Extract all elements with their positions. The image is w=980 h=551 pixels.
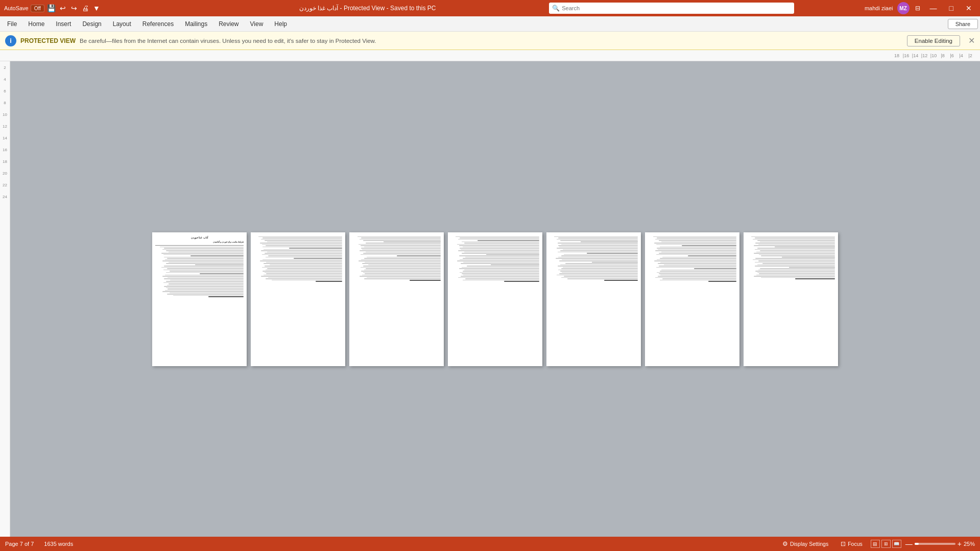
autosave-section: AutoSave Off — [4, 5, 44, 12]
document-page-4 — [448, 232, 542, 366]
search-icon: 🔍 — [552, 5, 560, 12]
ruler-v-8: 8 — [4, 101, 6, 105]
undo-icon[interactable]: ↩ — [59, 4, 67, 12]
customize-icon[interactable]: ▼ — [92, 4, 101, 12]
zoom-level: 25% — [964, 541, 975, 547]
ruler-18: 18 — [892, 53, 901, 58]
ruler: 18 |16 |14 |12 |10 |8 |6 |4 |2 — [0, 50, 980, 61]
view-icons: ▤ ⊞ 📖 — [871, 540, 901, 548]
print-view-icon[interactable]: ▤ — [871, 540, 880, 548]
user-name: mahdi ziaei — [865, 5, 893, 11]
ruler-v-2: 2 — [4, 65, 6, 70]
menu-file[interactable]: File — [2, 18, 22, 30]
document-page-2 — [251, 232, 345, 366]
ruler-2: |2 — [966, 53, 975, 58]
autosave-label: AutoSave — [4, 5, 29, 11]
focus-icon: ⊡ — [841, 540, 846, 547]
protected-view-message: Be careful—files from the Internet can c… — [80, 38, 903, 44]
ruler-v-18: 18 — [3, 159, 7, 164]
minimize-button[interactable]: — — [926, 0, 941, 16]
status-left: Page 7 of 7 1635 words — [5, 541, 73, 547]
document-page-7 — [744, 232, 838, 366]
title-bar: AutoSave Off 💾 ↩ ↪ 🖨 ▼ آداب غذا خوردن - … — [0, 0, 980, 16]
user-avatar[interactable]: MZ — [897, 2, 910, 14]
pages-strip: آداب غذا خوردن شرایط مناسب برای خوردن و … — [137, 61, 853, 537]
print-icon[interactable]: 🖨 — [81, 4, 89, 12]
maximize-button[interactable]: □ — [945, 0, 958, 16]
ribbon-display-icon[interactable]: ⊟ — [914, 4, 922, 12]
document-page-3 — [349, 232, 444, 366]
enable-editing-button[interactable]: Enable Editing — [907, 35, 960, 46]
ruler-v-4: 4 — [4, 77, 6, 82]
ruler-10: |10 — [929, 53, 938, 58]
shield-icon: i — [5, 35, 16, 46]
page-info: Page 7 of 7 — [5, 541, 34, 547]
protected-view-banner: i PROTECTED VIEW Be careful—files from t… — [0, 32, 980, 50]
status-bar: Page 7 of 7 1635 words ⚙ Display Setting… — [0, 537, 980, 551]
redo-icon[interactable]: ↪ — [70, 4, 78, 12]
ruler-4: |4 — [957, 53, 966, 58]
document-page-6 — [645, 232, 739, 366]
display-settings-button[interactable]: ⚙ Display Settings — [778, 540, 832, 548]
share-button[interactable]: Share — [948, 19, 978, 29]
ruler-v-10: 10 — [3, 112, 7, 117]
ruler-numbers: 18 |16 |14 |12 |10 |8 |6 |4 |2 — [892, 53, 975, 58]
search-box[interactable]: 🔍 — [549, 3, 794, 14]
document-title: آداب غذا خوردن - Protected View - Saved … — [186, 5, 549, 12]
left-ruler: 2 4 6 8 10 12 14 16 18 20 22 24 — [0, 61, 10, 537]
ruler-v-22: 22 — [3, 183, 7, 187]
document-page-1: آداب غذا خوردن شرایط مناسب برای خوردن و … — [152, 232, 247, 366]
ruler-16: |16 — [901, 53, 911, 58]
title-bar-right: mahdi ziaei MZ ⊟ — □ ✕ — [794, 0, 976, 16]
title-bar-left: AutoSave Off 💾 ↩ ↪ 🖨 ▼ — [4, 4, 186, 12]
ruler-v-16: 16 — [3, 148, 7, 152]
close-button[interactable]: ✕ — [962, 0, 976, 16]
ruler-v-20: 20 — [3, 171, 7, 176]
zoom-slider[interactable] — [915, 543, 955, 545]
ruler-8: |8 — [938, 53, 947, 58]
menu-home[interactable]: Home — [23, 18, 50, 30]
menu-design[interactable]: Design — [77, 18, 106, 30]
menu-insert[interactable]: Insert — [51, 18, 76, 30]
menu-bar: File Home Insert Design Layout Reference… — [0, 16, 980, 32]
menu-references[interactable]: References — [137, 18, 179, 30]
document-page-5 — [546, 232, 641, 366]
word-count: 1635 words — [44, 541, 73, 547]
zoom-section: — + 25% — [905, 540, 975, 547]
menu-help[interactable]: Help — [269, 18, 292, 30]
menu-mailings[interactable]: Mailings — [180, 18, 212, 30]
banner-close-button[interactable]: ✕ — [968, 36, 975, 45]
read-view-icon[interactable]: 📖 — [892, 540, 901, 548]
menu-view[interactable]: View — [245, 18, 269, 30]
ruler-v-24: 24 — [3, 195, 7, 199]
save-icon[interactable]: 💾 — [47, 4, 56, 12]
search-input[interactable] — [562, 5, 791, 11]
focus-label: Focus — [848, 541, 863, 547]
ruler-14: |14 — [911, 53, 920, 58]
protected-view-title: PROTECTED VIEW — [20, 37, 76, 44]
zoom-in-icon[interactable]: + — [958, 540, 962, 547]
ruler-6: |6 — [947, 53, 957, 58]
ruler-v-12: 12 — [3, 124, 7, 129]
web-view-icon[interactable]: ⊞ — [881, 540, 891, 548]
ruler-12: |12 — [920, 53, 929, 58]
display-settings-label: Display Settings — [790, 541, 828, 547]
display-settings-icon: ⚙ — [782, 540, 788, 547]
autosave-toggle[interactable]: Off — [31, 5, 44, 12]
ruler-v-14: 14 — [3, 136, 7, 140]
zoom-out-icon[interactable]: — — [905, 540, 913, 547]
ruler-v-6: 6 — [4, 89, 6, 93]
menu-layout[interactable]: Layout — [108, 18, 136, 30]
document-area: 2 4 6 8 10 12 14 16 18 20 22 24 آداب غذا… — [0, 61, 980, 537]
status-right: ⚙ Display Settings ⊡ Focus ▤ ⊞ 📖 — + 25% — [778, 540, 975, 548]
focus-button[interactable]: ⊡ Focus — [836, 540, 867, 548]
menu-review[interactable]: Review — [213, 18, 244, 30]
